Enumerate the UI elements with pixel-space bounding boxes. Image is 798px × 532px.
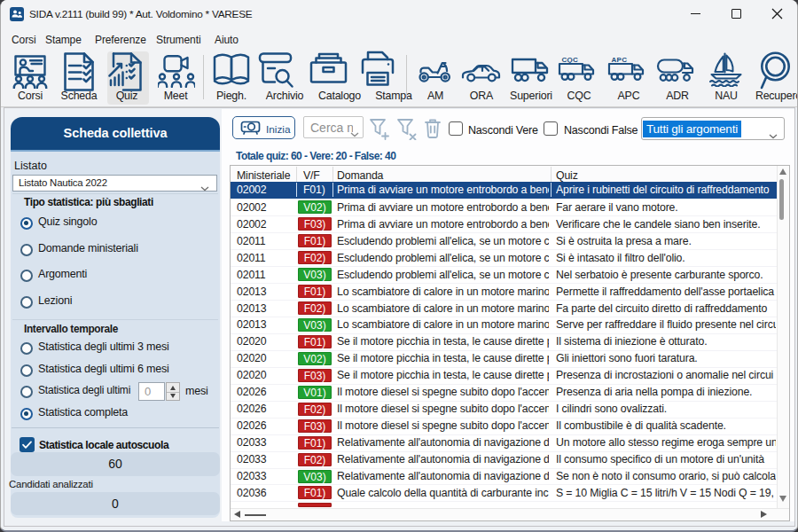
svg-text:CQC: CQC bbox=[562, 56, 579, 64]
svg-text:APC: APC bbox=[612, 56, 628, 64]
